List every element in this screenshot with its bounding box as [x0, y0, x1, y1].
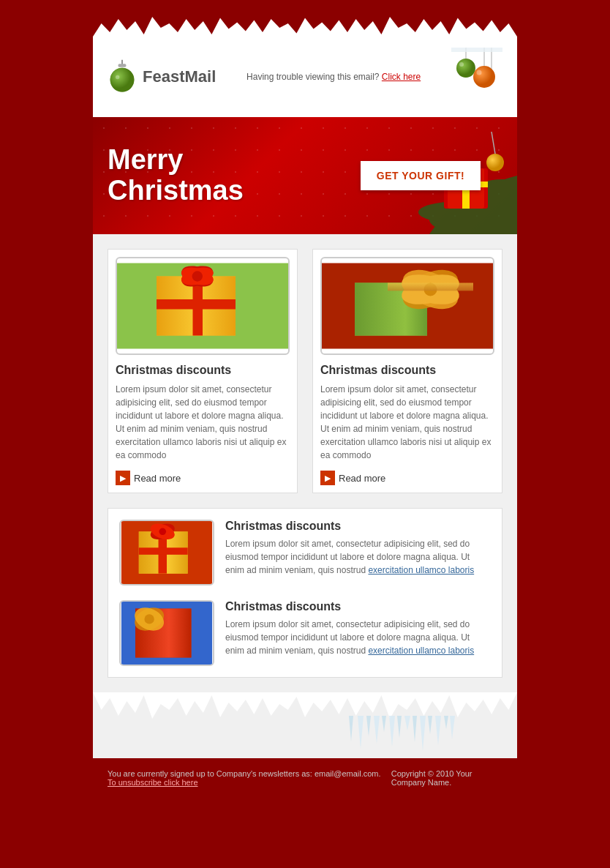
gift-button[interactable]: GET YOUR GIFT! [361, 161, 481, 190]
list-item-1-content: Christmas discounts Lorem ipsum dolor si… [225, 520, 491, 585]
unsubscribe-link[interactable]: To unsubscribe click here [108, 778, 198, 787]
svg-point-58 [144, 614, 154, 624]
email-wrapper: FeastMail Having trouble viewing this em… [93, 15, 517, 853]
card-2: Christmas discounts Lorem ipsum dolor si… [312, 249, 502, 493]
list-item-1-link[interactable]: exercitation ullamco laboris [368, 565, 474, 575]
click-here-link[interactable]: Click here [382, 72, 421, 82]
icicles [93, 716, 517, 752]
svg-point-35 [192, 271, 203, 281]
list-item-2-text: Lorem ipsum dolor sit amet, consectetur … [225, 618, 491, 657]
list-item-2-content: Christmas discounts Lorem ipsum dolor si… [225, 600, 491, 666]
svg-marker-69 [428, 716, 432, 734]
svg-marker-60 [358, 716, 364, 749]
footer-left-text: You are currently signed up to Company's… [108, 769, 381, 778]
banner-gift-button-area: GET YOUR GIFT! [361, 161, 481, 190]
list-item-1: Christmas discounts Lorem ipsum dolor si… [119, 520, 491, 585]
list-item-2-link[interactable]: exercitation ullamco laboris [368, 646, 474, 656]
svg-marker-59 [349, 716, 353, 741]
card-2-title: Christmas discounts [320, 364, 494, 377]
ornaments-svg [451, 48, 502, 106]
card-1: Christmas discounts Lorem ipsum dolor si… [108, 249, 298, 493]
card-1-image-wrapper [116, 257, 290, 355]
footer-left: You are currently signed up to Company's… [108, 769, 391, 787]
svg-marker-64 [389, 716, 395, 747]
list-item-2-image [121, 602, 213, 665]
svg-marker-66 [404, 716, 410, 730]
svg-marker-62 [374, 716, 380, 744]
svg-point-52 [159, 528, 166, 536]
footer: You are currently signed up to Company's… [93, 758, 517, 798]
svg-marker-61 [366, 716, 371, 736]
list-item-1-image-wrapper [119, 520, 214, 585]
card-2-read-more[interactable]: ▶ Read more [320, 471, 494, 485]
banner-title-line1: Merry [108, 144, 184, 175]
svg-marker-67 [413, 716, 417, 742]
svg-marker-68 [420, 716, 426, 751]
card-1-image [117, 258, 288, 353]
read-more-arrow-2: ▶ [320, 471, 335, 485]
main-content: Christmas discounts Lorem ipsum dolor si… [93, 234, 517, 692]
svg-rect-49 [139, 547, 188, 555]
card-1-text: Lorem ipsum dolor sit amet, consectetur … [116, 383, 290, 462]
svg-marker-72 [450, 716, 455, 739]
logo-text: FeastMail [143, 67, 216, 86]
list-item-1-image [121, 521, 213, 584]
svg-point-11 [477, 70, 482, 75]
notice-text: Having trouble viewing this email? [246, 72, 379, 82]
read-more-label-1: Read more [134, 473, 181, 484]
card-1-title: Christmas discounts [116, 364, 290, 377]
header-ornaments [451, 48, 502, 106]
svg-point-10 [473, 66, 495, 88]
svg-point-4 [116, 75, 119, 79]
torn-top [93, 15, 517, 37]
two-col-section: Christmas discounts Lorem ipsum dolor si… [108, 249, 502, 493]
banner-title: Merry Christmas [108, 145, 244, 206]
torn-bottom-area [93, 692, 517, 758]
svg-marker-63 [382, 716, 386, 732]
card-2-image-wrapper [320, 257, 494, 355]
logo-icon [108, 59, 137, 95]
svg-rect-1 [118, 64, 127, 67]
svg-marker-70 [435, 716, 441, 745]
banner-title-line2: Christmas [108, 175, 244, 206]
svg-rect-44 [388, 283, 473, 291]
list-item-1-text: Lorem ipsum dolor sit amet, consectetur … [225, 537, 491, 577]
card-2-text: Lorem ipsum dolor sit amet, consectetur … [320, 383, 494, 462]
list-item-2: Christmas discounts Lorem ipsum dolor si… [119, 600, 491, 666]
list-item-1-title: Christmas discounts [225, 520, 491, 533]
card-2-image [322, 258, 493, 353]
svg-point-25 [486, 154, 504, 171]
banner: Merry Christmas [93, 117, 517, 234]
card-1-read-more[interactable]: ▶ Read more [116, 471, 290, 485]
svg-rect-12 [451, 48, 502, 52]
svg-point-9 [459, 62, 464, 67]
svg-point-3 [110, 68, 135, 92]
list-item-2-title: Christmas discounts [225, 600, 491, 613]
svg-marker-71 [444, 716, 448, 729]
logo-area: FeastMail [108, 59, 216, 95]
read-more-label-2: Read more [339, 473, 385, 484]
banner-title-area: Merry Christmas [108, 145, 244, 206]
list-item-2-image-wrapper [119, 600, 214, 666]
header: FeastMail Having trouble viewing this em… [93, 37, 517, 117]
svg-line-24 [492, 132, 495, 154]
list-section: Christmas discounts Lorem ipsum dolor si… [108, 508, 502, 678]
svg-rect-30 [157, 299, 236, 310]
svg-marker-65 [397, 716, 402, 738]
read-more-arrow-1: ▶ [116, 471, 130, 485]
icicles-svg [342, 716, 459, 752]
footer-copyright: Copyright © 2010 Your Company Name. [391, 769, 502, 787]
header-notice: Having trouble viewing this email? Click… [246, 72, 421, 82]
svg-point-8 [456, 59, 475, 78]
